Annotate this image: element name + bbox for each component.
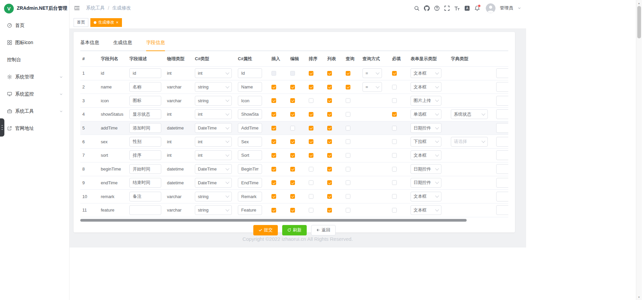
overflow-input[interactable] [496, 205, 508, 215]
edit-checkbox[interactable] [290, 208, 295, 213]
query-type-select[interactable]: = [362, 68, 382, 78]
sort-checkbox[interactable] [309, 71, 313, 76]
required-checkbox[interactable] [392, 98, 397, 103]
sort-checkbox[interactable] [309, 112, 313, 117]
csharp-attr-input[interactable] [238, 164, 262, 174]
required-checkbox[interactable] [392, 153, 397, 158]
help-icon[interactable] [434, 5, 440, 11]
submit-button[interactable]: 提交 [253, 225, 278, 235]
list-checkbox[interactable] [327, 153, 332, 158]
display-type-select[interactable]: 文本框 [411, 150, 441, 160]
github-icon[interactable] [424, 5, 430, 11]
edit-checkbox[interactable] [290, 126, 295, 130]
csharp-type-select[interactable]: DateTime [195, 164, 232, 174]
query-checkbox[interactable] [346, 208, 350, 213]
sidebar-item-system-monitor[interactable]: 系统监控 [0, 85, 69, 103]
edit-checkbox[interactable] [290, 194, 295, 199]
query-type-select[interactable]: = [362, 82, 382, 92]
query-checkbox[interactable] [346, 126, 350, 130]
required-checkbox[interactable] [392, 208, 397, 213]
sort-checkbox[interactable] [309, 85, 313, 89]
list-checkbox[interactable] [327, 139, 332, 144]
dict-type-select[interactable]: 系统状态 [451, 109, 488, 119]
query-checkbox[interactable] [346, 98, 350, 103]
display-type-select[interactable]: 日期控件 [411, 164, 441, 174]
csharp-attr-input[interactable] [238, 150, 262, 160]
query-checkbox[interactable] [346, 167, 350, 172]
column-desc-input[interactable] [129, 96, 161, 106]
display-type-select[interactable]: 文本框 [411, 68, 441, 78]
display-type-select[interactable]: 文本框 [411, 192, 441, 201]
csharp-attr-input[interactable] [238, 82, 262, 92]
column-desc-input[interactable] [129, 82, 161, 92]
sort-checkbox[interactable] [309, 98, 313, 103]
required-checkbox[interactable] [392, 71, 397, 76]
csharp-attr-input[interactable] [238, 109, 262, 119]
list-checkbox[interactable] [327, 85, 332, 89]
insert-checkbox[interactable] [271, 126, 276, 130]
insert-checkbox[interactable] [271, 153, 276, 158]
column-desc-input[interactable] [129, 109, 161, 119]
query-checkbox[interactable] [346, 71, 350, 76]
required-checkbox[interactable] [392, 167, 397, 172]
scrollbar-thumb[interactable] [80, 219, 467, 222]
font-size-icon[interactable] [454, 5, 460, 11]
overflow-input[interactable] [496, 137, 508, 147]
csharp-type-select[interactable]: string [195, 82, 232, 92]
content-tab-2[interactable]: 字段信息 [146, 38, 165, 50]
csharp-attr-input[interactable] [238, 137, 262, 147]
csharp-attr-input[interactable] [238, 68, 262, 78]
language-icon[interactable]: A [464, 5, 470, 11]
csharp-type-select[interactable]: string [195, 96, 232, 106]
csharp-type-select[interactable]: int [195, 137, 232, 147]
edit-checkbox[interactable] [290, 112, 295, 117]
required-checkbox[interactable] [392, 126, 397, 130]
required-checkbox[interactable] [392, 112, 397, 117]
sidebar-item-icons[interactable]: 图标icon [0, 34, 69, 51]
vertical-scrollbar[interactable]: ▲ ▼ [636, 0, 642, 300]
overflow-input[interactable] [496, 82, 508, 92]
insert-checkbox[interactable] [271, 194, 276, 199]
sort-checkbox[interactable] [309, 167, 313, 172]
sort-checkbox[interactable] [309, 180, 313, 185]
overflow-input[interactable] [496, 96, 508, 106]
display-type-select[interactable]: 日期控件 [411, 178, 441, 188]
horizontal-scrollbar[interactable] [80, 219, 508, 222]
sidebar-item-home[interactable]: 首页 [0, 17, 69, 34]
overflow-input[interactable] [496, 192, 508, 201]
edit-checkbox[interactable] [290, 167, 295, 172]
sort-checkbox[interactable] [309, 139, 313, 144]
csharp-attr-input[interactable] [238, 178, 262, 188]
sidebar-item-console[interactable]: 控制台 [0, 51, 69, 68]
close-icon[interactable]: × [116, 20, 119, 25]
edit-checkbox[interactable] [290, 180, 295, 185]
display-type-select[interactable]: 下拉框 [411, 137, 441, 147]
page-tag-1[interactable]: 生成修改× [90, 18, 122, 27]
column-desc-input[interactable] [129, 205, 161, 215]
required-checkbox[interactable] [392, 139, 397, 144]
scroll-up-arrow[interactable]: ▲ [636, 0, 642, 6]
csharp-type-select[interactable]: string [195, 192, 232, 201]
sidebar-item-website[interactable]: 官网地址 [0, 120, 69, 137]
insert-checkbox[interactable] [271, 71, 276, 76]
insert-checkbox[interactable] [271, 208, 276, 213]
sidebar-item-system-admin[interactable]: 系统管理 [0, 68, 69, 85]
overflow-input[interactable] [496, 123, 508, 133]
column-desc-input[interactable] [129, 164, 161, 174]
display-type-select[interactable]: 单选框 [411, 109, 441, 119]
scrollbar-thumb[interactable] [637, 6, 641, 38]
list-checkbox[interactable] [327, 208, 332, 213]
list-checkbox[interactable] [327, 98, 332, 103]
display-type-select[interactable]: 文本框 [411, 82, 441, 92]
insert-checkbox[interactable] [271, 112, 276, 117]
csharp-attr-input[interactable] [238, 96, 262, 106]
overflow-input[interactable] [496, 68, 508, 78]
insert-checkbox[interactable] [271, 85, 276, 89]
query-checkbox[interactable] [346, 153, 350, 158]
query-checkbox[interactable] [346, 139, 350, 144]
column-desc-input[interactable] [129, 150, 161, 160]
csharp-attr-input[interactable] [238, 192, 262, 201]
insert-checkbox[interactable] [271, 167, 276, 172]
insert-checkbox[interactable] [271, 180, 276, 185]
column-desc-input[interactable] [129, 68, 161, 78]
